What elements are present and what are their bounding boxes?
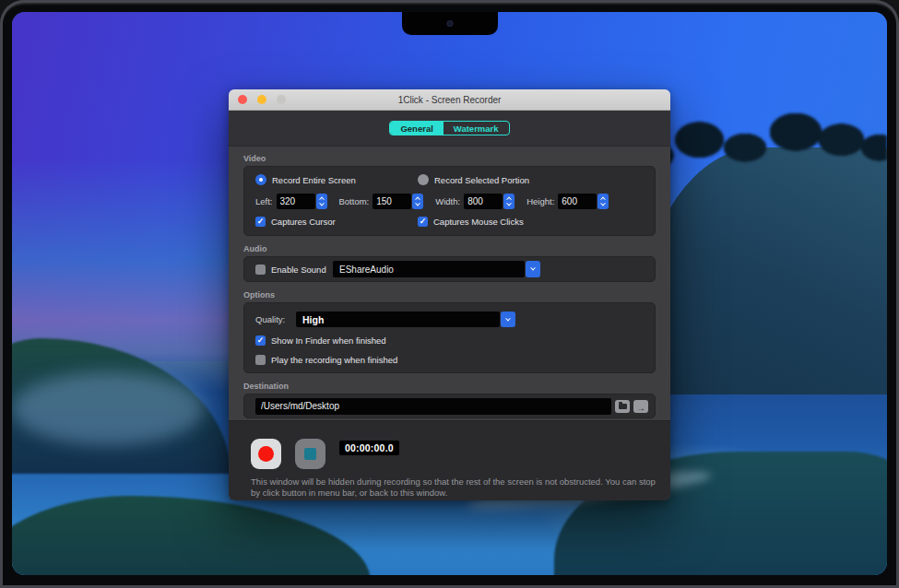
stop-icon — [304, 448, 316, 460]
quality-row: Quality: — [255, 312, 285, 327]
window-titlebar[interactable]: 1Click - Screen Recorder — [229, 89, 670, 111]
zoom-button[interactable] — [277, 95, 286, 104]
field-label: Bottom: — [339, 196, 370, 206]
field-left: Left: — [255, 194, 327, 209]
video-radio-row: Record Entire Screen Record Selected Por… — [255, 174, 644, 185]
recording-controls-bar: 00:00:00.0 This window will be hidden du… — [229, 420, 670, 500]
enable-sound-checkbox[interactable] — [255, 265, 266, 275]
dropdown-value[interactable]: High — [296, 312, 500, 327]
checkbox-checked-icon[interactable] — [418, 217, 428, 227]
dropdown-value[interactable]: EShareAudio — [333, 261, 525, 277]
chevron-down-icon — [415, 201, 420, 206]
checkbox-label[interactable]: Captures Mouse Clicks — [433, 217, 524, 227]
checkbox-label[interactable]: Show In Finder when finished — [271, 335, 386, 346]
recording-timer: 00:00:00.0 — [339, 441, 399, 455]
chevron-down-icon — [530, 265, 536, 271]
dropdown-button[interactable] — [501, 312, 515, 327]
bottom-input[interactable] — [373, 194, 411, 209]
traffic-lights — [238, 95, 286, 104]
arrow-right-icon — [636, 398, 645, 415]
wallpaper-trees — [633, 91, 887, 171]
radio-record-selected-portion[interactable]: Record Selected Portion — [418, 174, 529, 185]
audio-device-dropdown[interactable]: EShareAudio — [333, 261, 540, 277]
radio-unselected-icon[interactable] — [418, 174, 429, 185]
app-window: 1Click - Screen Recorder General Waterma… — [229, 89, 670, 500]
webcam-icon — [446, 20, 453, 27]
display-notch — [402, 12, 498, 35]
close-button[interactable] — [238, 95, 247, 104]
tab-general[interactable]: General — [390, 122, 443, 135]
checkbox-unchecked-icon[interactable] — [255, 355, 266, 365]
radio-label[interactable]: Record Selected Portion — [434, 175, 529, 185]
tab-strip: General Watermark — [229, 111, 670, 146]
recording-note: This window will be hidden during record… — [251, 476, 662, 498]
radio-selected-icon[interactable] — [255, 174, 266, 185]
checkbox-captures-mouse-clicks[interactable]: Captures Mouse Clicks — [418, 217, 524, 227]
settings-content: Video Record Entire Screen Record Select… — [229, 146, 670, 420]
destination-path-input[interactable] — [255, 398, 611, 415]
chevron-down-icon — [600, 201, 606, 206]
field-label: Left: — [255, 196, 273, 206]
recording-controls: 00:00:00.0 — [251, 439, 648, 469]
tab-segmented-control: General Watermark — [389, 121, 509, 135]
checkbox-label[interactable]: Enable Sound — [271, 265, 326, 275]
width-input[interactable] — [464, 194, 503, 209]
width-stepper[interactable] — [503, 194, 515, 209]
left-stepper[interactable] — [316, 194, 327, 209]
wallpaper-mist — [12, 372, 205, 445]
field-label: Width: — [435, 196, 460, 206]
laptop-screen: 1Click - Screen Recorder General Waterma… — [12, 12, 887, 575]
quality-dropdown[interactable]: High — [296, 312, 515, 327]
field-label: Height: — [526, 196, 554, 206]
radio-record-entire-screen[interactable]: Record Entire Screen — [255, 174, 418, 185]
chevron-down-icon — [505, 315, 511, 321]
chevron-down-icon — [319, 201, 325, 206]
height-input[interactable] — [558, 194, 597, 209]
destination-section-label: Destination — [243, 382, 656, 391]
audio-section-label: Audio — [243, 244, 656, 253]
checkbox-play-recording[interactable]: Play the recording when finished — [255, 355, 397, 365]
field-bottom: Bottom: — [339, 194, 424, 209]
field-width: Width: — [435, 194, 515, 209]
open-destination-button[interactable] — [633, 400, 648, 413]
minimize-button[interactable] — [257, 95, 266, 104]
audio-panel: Enable Sound EShareAudio — [243, 256, 656, 282]
checkbox-captures-cursor[interactable]: Captures Cursor — [255, 217, 418, 227]
checkbox-show-in-finder[interactable]: Show In Finder when finished — [255, 335, 386, 346]
options-panel: Quality: High Show In Finder when finish… — [243, 302, 656, 373]
checkbox-label[interactable]: Captures Cursor — [271, 217, 336, 227]
video-checkbox-row: Captures Cursor Captures Mouse Clicks — [255, 217, 644, 227]
laptop-body: 1Click - Screen Recorder General Waterma… — [0, 0, 899, 588]
browse-folder-button[interactable] — [615, 400, 630, 413]
video-panel: Record Entire Screen Record Selected Por… — [243, 166, 656, 236]
dropdown-button[interactable] — [526, 261, 540, 277]
folder-icon — [619, 404, 627, 409]
tab-watermark[interactable]: Watermark — [444, 122, 509, 135]
checkbox-checked-icon[interactable] — [255, 217, 266, 227]
destination-panel — [243, 394, 656, 418]
video-section-label: Video — [243, 154, 656, 163]
field-height: Height: — [526, 194, 609, 209]
video-fields-row: Left: Bottom: Width: — [255, 194, 644, 209]
height-stepper[interactable] — [597, 194, 609, 209]
bottom-stepper[interactable] — [412, 194, 423, 209]
quality-label: Quality: — [255, 314, 285, 324]
record-icon — [258, 446, 274, 462]
checkbox-checked-icon[interactable] — [255, 335, 266, 346]
record-button[interactable] — [251, 439, 281, 469]
radio-label[interactable]: Record Entire Screen — [272, 175, 356, 185]
left-input[interactable] — [277, 194, 315, 209]
stop-button[interactable] — [295, 439, 325, 469]
window-title: 1Click - Screen Recorder — [229, 95, 670, 105]
chevron-down-icon — [506, 201, 512, 206]
options-section-label: Options — [243, 290, 656, 300]
checkbox-label[interactable]: Play the recording when finished — [271, 355, 397, 365]
